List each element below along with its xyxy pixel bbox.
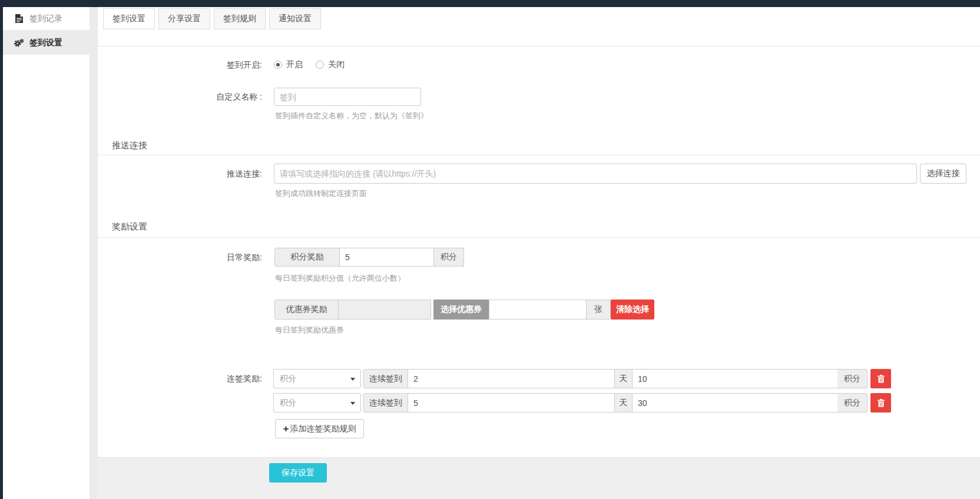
push-link-help: 签到成功跳转制定连接页面 <box>275 188 367 199</box>
trash-icon <box>878 399 885 407</box>
streak-reward-label: 连签奖励: <box>98 369 262 388</box>
custom-name-input[interactable] <box>274 88 421 106</box>
tab-checkin-settings[interactable]: 签到设置 <box>103 8 155 29</box>
header-divider <box>98 46 980 46</box>
streak-amount-input[interactable] <box>632 369 838 388</box>
radio-enable-off[interactable]: 关闭 <box>316 59 345 70</box>
coupon-name-input <box>338 300 431 320</box>
streak-days-input[interactable] <box>408 393 615 412</box>
daily-points-input[interactable] <box>339 248 434 267</box>
tab-bar: 签到设置 分享设置 签到规则 通知设置 <box>103 8 325 29</box>
select-value: 积分 <box>280 398 296 408</box>
enable-label: 签到开启: <box>98 59 262 71</box>
streak-suffix-addon: 积分 <box>837 393 868 412</box>
radio-label: 关闭 <box>328 59 345 70</box>
clear-coupon-button[interactable]: 清除选择 <box>611 300 654 320</box>
gears-icon <box>14 38 24 48</box>
radio-enable-on[interactable]: 开启 <box>274 59 303 70</box>
streak-days-unit-addon: 天 <box>614 369 633 388</box>
streak-suffix-addon: 积分 <box>837 369 868 388</box>
choose-link-button[interactable]: 选择连接 <box>920 164 966 184</box>
app-root: 签到记录 签到设置 签到设置 分享设置 签到规则 通知设置 <box>0 0 980 499</box>
radio-unselected-icon <box>316 61 324 69</box>
radio-selected-icon <box>274 61 282 69</box>
sidebar-item-label: 签到记录 <box>29 14 62 24</box>
daily-reward-help: 每日签到奖励积分值（允许两位小数） <box>275 273 405 284</box>
top-bar <box>0 0 980 7</box>
points-unit-addon: 积分 <box>433 248 464 267</box>
trash-icon <box>878 375 885 383</box>
streak-prefix-addon: 连续签到 <box>363 369 408 388</box>
sidebar-item-checkin-records[interactable]: 签到记录 <box>3 7 90 31</box>
coupon-unit-addon: 张 <box>586 300 611 320</box>
add-rule-label: 添加连签奖励规则 <box>290 424 356 434</box>
coupon-reward-help: 每日签到奖励优惠券 <box>275 325 344 335</box>
sidebar: 签到记录 签到设置 <box>3 7 90 499</box>
save-settings-button[interactable]: 保存设置 <box>269 463 327 483</box>
radio-label: 开启 <box>286 59 303 70</box>
push-link-input[interactable] <box>274 164 917 184</box>
delete-streak-rule-button[interactable] <box>870 369 891 388</box>
main-panel: 签到设置 分享设置 签到规则 通知设置 签到开启: 开启 关闭 自定义名称 : … <box>98 7 980 499</box>
tab-notification-settings[interactable]: 通知设置 <box>269 8 321 29</box>
sidebar-item-checkin-settings[interactable]: 签到设置 <box>3 31 90 55</box>
coupon-reward-addon: 优惠券奖励 <box>274 300 339 320</box>
custom-name-label: 自定义名称 : <box>98 88 262 106</box>
form-footer: 保存设置 <box>98 457 980 499</box>
plus-icon: + <box>283 424 289 434</box>
streak-type-select[interactable]: 积分 <box>273 393 361 412</box>
coupon-count-input[interactable] <box>489 300 587 320</box>
enable-radio-group: 开启 关闭 <box>274 59 345 71</box>
chevron-down-icon <box>350 378 355 381</box>
streak-prefix-addon: 连续签到 <box>363 393 408 412</box>
sidebar-item-label: 签到设置 <box>29 38 62 48</box>
streak-days-input[interactable] <box>408 369 615 388</box>
tab-checkin-rules[interactable]: 签到规则 <box>214 8 266 29</box>
custom-name-help: 签到插件自定义名称，为空，默认为《签到》 <box>275 111 428 121</box>
push-section-title: 推送连接 <box>112 140 147 151</box>
chevron-down-icon <box>350 402 355 405</box>
tab-share-settings[interactable]: 分享设置 <box>158 8 210 29</box>
select-coupon-button[interactable]: 选择优惠券 <box>433 300 489 320</box>
section-divider <box>98 155 980 155</box>
section-divider <box>98 237 980 238</box>
streak-days-unit-addon: 天 <box>614 393 633 412</box>
streak-amount-input[interactable] <box>632 393 838 412</box>
add-streak-rule-button[interactable]: + 添加连签奖励规则 <box>275 419 364 438</box>
delete-streak-rule-button[interactable] <box>870 393 891 412</box>
streak-type-select[interactable]: 积分 <box>273 369 361 388</box>
daily-reward-label: 日常奖励: <box>98 248 262 267</box>
points-reward-addon: 积分奖励 <box>274 248 340 267</box>
reward-section-title: 奖励设置 <box>112 221 147 232</box>
push-link-label: 推送连接: <box>98 164 262 184</box>
file-text-icon <box>14 14 24 23</box>
left-edge-strip <box>0 0 3 499</box>
select-value: 积分 <box>280 374 296 384</box>
